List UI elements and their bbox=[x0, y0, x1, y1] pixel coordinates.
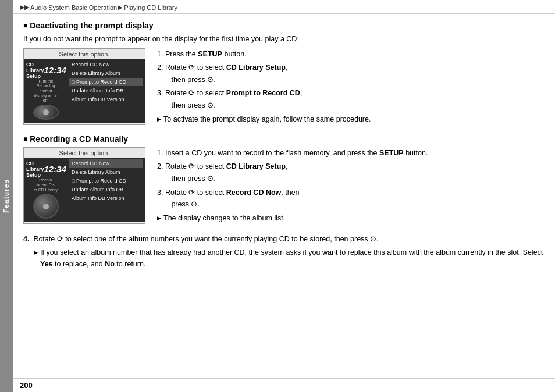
section1-display-left: CD Library Setup 12:34 Turn theRecording… bbox=[24, 59, 67, 123]
section1-cd-header: CD Library Setup bbox=[26, 62, 44, 79]
section1-display-right: Record CD Now Delete Library Album □ Pro… bbox=[67, 59, 145, 123]
section2-cd-display: Select this option. CD Library Setup 12:… bbox=[23, 147, 145, 224]
section1-menu-item-4: Update Album Info DB bbox=[69, 87, 143, 95]
breadcrumb-arrow2: ▶ bbox=[118, 4, 123, 10]
section1-display-caption: Select this option. bbox=[24, 49, 145, 59]
sidebar-label: Features bbox=[2, 179, 10, 213]
section2-menu-item-3: □ Prompt to Record CD bbox=[69, 177, 143, 185]
section2-display-left: CD Library Setup 12:34 Recordcurrent Dis… bbox=[24, 158, 67, 222]
step4: 4. Rotate ⟳ to select one of the album n… bbox=[23, 233, 545, 270]
section2-display-inner: CD Library Setup 12:34 Recordcurrent Dis… bbox=[24, 158, 145, 222]
section1-cd-display: Select this option. CD Library Setup 12:… bbox=[23, 48, 145, 125]
section2-cd-header: CD Library Setup bbox=[26, 161, 44, 178]
section1-heading: Deactivating the prompt display bbox=[23, 21, 545, 30]
section1-layout: Select this option. CD Library Setup 12:… bbox=[23, 48, 545, 125]
content-body: Deactivating the prompt display If you d… bbox=[13, 14, 555, 378]
sidebar-tab: Features bbox=[0, 0, 13, 392]
section1-header-row: CD Library Setup 12:34 bbox=[25, 62, 66, 79]
section1-step2: Rotate ⟳ to select CD Library Setup, the… bbox=[165, 62, 545, 86]
breadcrumb-part1: Audio System Basic Operation bbox=[30, 4, 117, 11]
section1-arrow-note: To activate the prompt display again, fo… bbox=[156, 113, 545, 125]
section2-menu-item-4: Update Album Info DB bbox=[69, 186, 143, 194]
section2-layout: Select this option. CD Library Setup 12:… bbox=[23, 147, 545, 224]
section2-heading: Recording a CD Manually bbox=[23, 134, 545, 144]
section2-cd-label: Recordcurrent Discto CD Library bbox=[34, 178, 58, 193]
section2-menu-item-1: Record CD Now bbox=[69, 159, 143, 168]
section1-display-inner: CD Library Setup 12:34 Turn theRecording… bbox=[24, 59, 145, 123]
section2-display-right: Record CD Now Delete Library Album □ Pro… bbox=[67, 158, 145, 222]
section1-cd-time: 12:34 bbox=[44, 65, 66, 75]
breadcrumb-arrows: ▶▶ bbox=[20, 3, 29, 11]
section2-header-row: CD Library Setup 12:34 bbox=[25, 161, 66, 178]
section1-menu-item-5: Album Info DB Version bbox=[69, 95, 143, 104]
section1-intro: If you do not want the prompt to appear … bbox=[23, 34, 545, 45]
section1-menu-item-1: Record CD Now bbox=[69, 60, 143, 69]
section2-cd-circle-inner bbox=[43, 204, 49, 209]
section2-arrow-note: The display changes to the album list. bbox=[156, 212, 545, 224]
breadcrumb: ▶▶ Audio System Basic Operation ▶ Playin… bbox=[13, 0, 555, 14]
breadcrumb-part2: Playing CD Library bbox=[124, 4, 177, 11]
section1-step3: Rotate ⟳ to select Prompt to Record CD, … bbox=[165, 87, 545, 112]
step4-text: 4. Rotate ⟳ to select one of the album n… bbox=[23, 233, 545, 245]
section1-menu-item-2: Delete Library Album bbox=[69, 69, 143, 77]
section2-step3: Rotate ⟳ to select Record CD Now, then p… bbox=[165, 187, 545, 211]
section2-cd-circle bbox=[33, 194, 59, 219]
section2-menu-item-2: Delete Library Album bbox=[69, 168, 143, 176]
section2-display-caption: Select this option. bbox=[24, 148, 145, 158]
section1-cd-label: Turn theRecordingpromptdisplay on oroff. bbox=[34, 79, 58, 104]
section1-cd-circle bbox=[33, 105, 59, 120]
section2-instructions: Insert a CD you want to record to the fl… bbox=[156, 147, 545, 224]
section1-menu-item-3: □ Prompt to Record CD bbox=[69, 78, 143, 86]
section2-cd-time: 12:34 bbox=[44, 164, 66, 174]
section1-cd-circle-inner bbox=[43, 109, 49, 115]
section1-step1: Press the SETUP button. bbox=[165, 48, 545, 60]
page-number: 200 bbox=[13, 378, 555, 392]
section1-instructions: Press the SETUP button. Rotate ⟳ to sele… bbox=[156, 48, 545, 125]
main-content: ▶▶ Audio System Basic Operation ▶ Playin… bbox=[13, 0, 555, 392]
section2-step2: Rotate ⟳ to select CD Library Setup, the… bbox=[165, 161, 545, 185]
section2-menu-item-5: Album Info DB Version bbox=[69, 194, 143, 202]
section2-step1: Insert a CD you want to record to the fl… bbox=[165, 147, 545, 159]
step4-arrow-note: If you select an album number that has a… bbox=[23, 247, 545, 270]
